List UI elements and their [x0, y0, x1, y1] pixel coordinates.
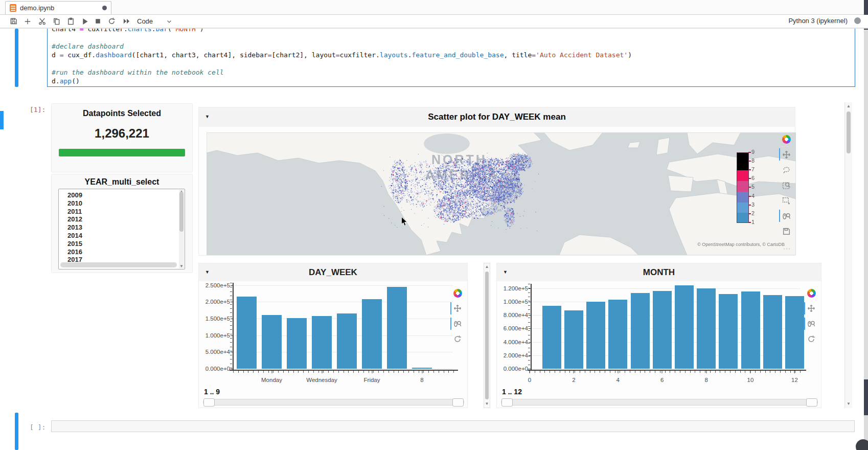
bokeh-logo-icon[interactable] — [781, 134, 791, 144]
paste-cells-button[interactable] — [65, 16, 76, 26]
range-slider[interactable] — [501, 399, 818, 406]
year-multiselect-listbox[interactable]: 200920102011201220132014201520162017 ▲ ▼ — [58, 189, 185, 269]
year-option[interactable]: 2013 — [59, 223, 185, 232]
box-zoom-button[interactable] — [781, 180, 791, 190]
bar — [287, 318, 307, 369]
range-slider[interactable] — [203, 399, 464, 406]
scroll-up-icon[interactable]: ▲ — [484, 264, 490, 270]
cell-collapser-bar[interactable] — [15, 29, 18, 87]
pan-icon — [782, 150, 791, 159]
scatter-map[interactable]: © OpenStreetMap contributors, © CartoDB — [207, 132, 796, 255]
y-tick-label: 2.000e+5 — [200, 299, 230, 305]
year-option[interactable]: 2010 — [59, 199, 185, 208]
slider-handle-left[interactable] — [203, 398, 215, 407]
year-option[interactable]: 2011 — [59, 208, 185, 216]
bar — [697, 288, 716, 369]
gridline — [233, 285, 453, 286]
wheel-zoom-button[interactable] — [781, 211, 791, 221]
slider-handle-right[interactable] — [806, 398, 817, 407]
scroll-down-icon[interactable]: ▼ — [845, 401, 852, 407]
cell-type-dropdown[interactable]: Code — [134, 16, 183, 27]
datapoints-card: Datapoints Selected 1,296,221 — [51, 103, 193, 172]
y-minor-ticks — [528, 284, 530, 370]
bar — [337, 313, 357, 369]
bar — [763, 295, 782, 369]
browser-scrollbar[interactable] — [864, 0, 868, 450]
empty-code-cell[interactable] — [51, 420, 855, 432]
restart-kernel-button[interactable] — [106, 16, 117, 26]
year-select-title: YEAR_multi_select — [52, 177, 192, 187]
year-option[interactable]: 2016 — [59, 248, 185, 256]
pan-tool-button[interactable] — [452, 303, 463, 313]
reset-button[interactable] — [806, 334, 816, 344]
slider-handle-left[interactable] — [501, 398, 513, 407]
pan-tool-button[interactable] — [781, 149, 791, 160]
bokeh-logo-icon[interactable] — [452, 288, 463, 298]
x-tick-label: 4 — [616, 377, 620, 383]
bokeh-logo-icon[interactable] — [806, 288, 816, 298]
run-cell-button[interactable] — [79, 16, 90, 26]
paste-icon — [67, 17, 75, 25]
kernel-name[interactable]: Python 3 (ipykernel) — [788, 17, 848, 25]
slider-handle-right[interactable] — [452, 398, 464, 407]
scrollbar-thumb[interactable] — [864, 379, 868, 415]
year-option[interactable]: 2014 — [59, 232, 185, 240]
colorbar-tick — [748, 196, 751, 197]
output-scrollbar[interactable]: ▲ ▼ — [844, 102, 852, 408]
cut-cells-button[interactable] — [36, 16, 48, 26]
add-cell-button[interactable] — [22, 16, 33, 26]
pan-icon — [453, 304, 462, 312]
colorbar-tick — [748, 187, 751, 188]
listbox-scrollbar[interactable]: ▲ ▼ — [179, 190, 184, 268]
corner-badge — [856, 439, 868, 450]
output-collapser-bar[interactable] — [15, 413, 18, 450]
year-option[interactable]: 2009 — [59, 189, 185, 199]
colorbar-label: 6 — [751, 175, 762, 181]
scroll-down-icon[interactable]: ▼ — [484, 401, 490, 407]
gridline — [531, 288, 801, 289]
scrollbar-thumb[interactable] — [179, 192, 184, 232]
scroll-down-icon[interactable]: ▼ — [179, 263, 184, 269]
restart-run-all-button[interactable] — [121, 16, 132, 26]
colorbar-segment — [737, 213, 748, 222]
dashboard-scrollbar[interactable]: ▲ ▼ — [484, 263, 490, 408]
code-line — [52, 59, 853, 68]
colorbar-label: 3 — [751, 201, 762, 208]
plus-icon — [24, 18, 31, 25]
scroll-up-icon[interactable]: ▲ — [845, 103, 852, 109]
day-week-chart[interactable]: 2.500e+52.000e+51.500e+51.000e+55.000e+4… — [199, 263, 467, 408]
bar — [262, 315, 282, 369]
colorbar-tick — [748, 161, 751, 162]
bar — [741, 291, 760, 369]
listbox-hscrollbar-thumb[interactable] — [60, 262, 177, 267]
range-label: 1 .. 9 — [204, 388, 220, 396]
scrollbar-thumb[interactable] — [847, 111, 851, 153]
more-options-icon[interactable]: ··· — [783, 245, 791, 252]
reset-button[interactable] — [452, 334, 463, 344]
year-option[interactable]: 2012 — [59, 215, 185, 223]
pan-tool-button[interactable] — [806, 303, 816, 313]
tab-demo-ipynb[interactable]: demo.ipynb — [5, 1, 111, 14]
bar — [412, 368, 432, 369]
code-cell-editor[interactable]: chart4 = cuxfilter.charts.bar('MONTH') #… — [47, 22, 855, 87]
box-select-button[interactable] — [781, 195, 791, 206]
wheel-zoom-button[interactable] — [806, 319, 816, 329]
active-cell-indicator — [0, 111, 4, 129]
save-plot-button[interactable] — [781, 226, 791, 236]
scrollbar-thumb[interactable] — [485, 272, 489, 399]
wheel-zoom-button[interactable] — [452, 319, 463, 329]
map-canvas[interactable] — [207, 132, 796, 255]
colorbar-segment — [737, 192, 748, 202]
colorbar-segment — [737, 153, 748, 170]
lasso-select-button[interactable] — [781, 165, 791, 175]
colorbar-tick — [748, 152, 751, 153]
month-chart[interactable]: 1.200e+51.000e+58.000e+46.000e+44.000e+4… — [497, 263, 821, 408]
year-option[interactable]: 2015 — [59, 240, 185, 248]
save-button[interactable] — [8, 16, 19, 26]
kernel-status-icon[interactable] — [854, 17, 861, 24]
lasso-select-icon — [782, 166, 791, 174]
y-tick-label: 2.500e+5 — [200, 282, 230, 288]
code-line: #declare dashboard — [52, 42, 853, 51]
copy-cells-button[interactable] — [51, 16, 62, 26]
stop-kernel-button[interactable] — [92, 16, 103, 26]
